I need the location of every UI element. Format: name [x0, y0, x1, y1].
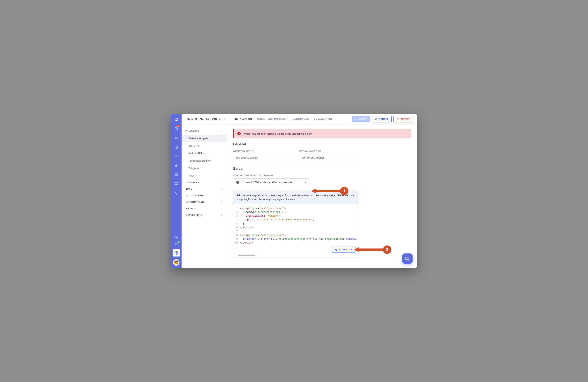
svg-point-9	[176, 238, 176, 239]
tabs: INSTALLATION WIDGET CUSTOMIZATION CUSTOM…	[234, 114, 332, 124]
svg-point-5	[176, 165, 176, 166]
chevron-down-icon	[221, 130, 223, 133]
svg-marker-16	[354, 247, 383, 252]
chat-fab[interactable]	[402, 253, 413, 264]
inbox-icon[interactable]: 23	[174, 127, 178, 131]
general-heading: General	[233, 142, 411, 146]
sidenav-label: AUTOMATIONS	[186, 194, 204, 197]
chevron-right-icon	[221, 214, 223, 216]
sidenav-label: CONTACTS	[186, 181, 199, 184]
avatar[interactable]: 🧑	[173, 259, 179, 266]
sidenav-label: BILLING	[186, 207, 195, 210]
svg-point-2	[177, 137, 177, 137]
sidenav-automations[interactable]: AUTOMATIONS	[182, 192, 227, 199]
sidenav-developers[interactable]: DEVELOPERS	[182, 212, 227, 218]
sidenav-label: CHANNELS	[186, 130, 199, 133]
display-name-label: DISPLAY NAME	[299, 150, 315, 152]
sidenav-integrations[interactable]: INTEGRATIONS	[182, 199, 227, 205]
annotation-2: 2	[354, 246, 391, 254]
copy-label: COPY CODE	[339, 248, 353, 251]
book-icon[interactable]	[174, 182, 178, 186]
widget-name-label: WIDGET NAME	[233, 150, 249, 152]
sidenav-contacts[interactable]: CONTACTS	[182, 179, 227, 186]
activity-icon[interactable]	[174, 191, 178, 195]
sidenav-item-viber[interactable]: Viber	[182, 172, 227, 179]
code-org: company	[268, 214, 278, 217]
apply-button[interactable]: APPLY	[352, 116, 370, 122]
svg-point-6	[177, 165, 177, 166]
required-mark: *	[250, 150, 251, 152]
widget-name-input[interactable]	[233, 154, 292, 161]
inbox-badge: 23	[176, 125, 180, 127]
chevron-right-icon	[221, 188, 223, 190]
contacts-icon[interactable]	[174, 136, 178, 140]
alert-text: Widget has not been installed. Check set…	[243, 132, 312, 135]
svg-point-11	[176, 252, 177, 253]
help-icon[interactable]	[174, 235, 178, 240]
globe-icon	[236, 181, 239, 184]
card-icon[interactable]	[174, 173, 178, 177]
add-user-badge: 2	[177, 241, 180, 243]
annotation-badge: 2	[383, 246, 391, 254]
tab-localization[interactable]: LOCALIZATION	[314, 114, 332, 124]
info-box: Add the code snippet below to every page…	[233, 191, 358, 204]
tab-installation[interactable]: INSTALLATION	[234, 114, 252, 124]
required-mark: *	[316, 150, 317, 152]
sidenav-label: INTEGRATIONS	[186, 201, 204, 203]
setup-heading: Setup	[233, 167, 411, 171]
chevron-right-icon	[221, 194, 223, 197]
delete-button[interactable]: DELETE	[394, 116, 413, 122]
install-guide-select[interactable]: I'll install HTML code myself on my webs…	[233, 179, 310, 186]
chevron-down-icon	[304, 181, 307, 184]
chevron-right-icon	[221, 207, 223, 210]
cancel-label: CANCEL	[379, 118, 389, 120]
settings-icon[interactable]	[173, 249, 180, 256]
select-value: I'll install HTML code myself on my webs…	[242, 181, 302, 184]
sidenav-team[interactable]: TEAM	[182, 186, 227, 192]
cancel-button[interactable]: CANCEL	[372, 116, 392, 122]
help-icon[interactable]: ?	[252, 150, 254, 152]
svg-rect-7	[175, 174, 178, 176]
copy-icon	[335, 248, 338, 251]
delete-label: DELETE	[400, 118, 410, 120]
add-user-icon[interactable]: 2	[174, 242, 178, 247]
header: WORDPRESS WIDGET INSTALLATION WIDGET CUS…	[182, 114, 417, 125]
bot-icon[interactable]	[174, 163, 178, 167]
nav-rail: 23 2	[171, 114, 182, 268]
clock-icon[interactable]	[174, 145, 178, 149]
error-icon: ✕	[237, 132, 241, 135]
help-icon[interactable]: ?	[318, 150, 321, 152]
scrollbar[interactable]	[238, 255, 255, 256]
sidenav-item-android[interactable]: Android APPs	[182, 150, 227, 157]
svg-rect-0	[175, 118, 178, 120]
sidenav-item-facebook[interactable]: Facebook/Instagram	[182, 157, 227, 164]
chevron-right-icon	[221, 201, 223, 203]
chat-icon[interactable]	[174, 117, 178, 122]
sidenav-item-telegram[interactable]: Telegram	[182, 164, 227, 172]
chevron-right-icon	[221, 181, 223, 184]
tab-custom-css[interactable]: CUSTOM CSS	[293, 114, 309, 124]
apply-label: APPLY	[359, 118, 367, 120]
code-appid: 9aef0f5f-9c1e-4a8a-b5c5-742d62196a9d	[258, 218, 312, 221]
settings-sidenav: CHANNELS Website Widgets iOS APPs Androi…	[182, 125, 227, 268]
tab-widget-customization[interactable]: WIDGET CUSTOMIZATION	[257, 114, 287, 124]
app-frame: 23 2	[171, 114, 417, 268]
sidenav-billing[interactable]: BILLING	[182, 205, 227, 212]
send-icon[interactable]	[174, 154, 178, 158]
svg-point-1	[175, 137, 176, 138]
code-block[interactable]: 1<script type="text/javascript"> 2 windo…	[233, 206, 358, 245]
display-name-input[interactable]	[299, 154, 358, 161]
page-title: WORDPRESS WIDGET	[187, 117, 226, 121]
sidenav-label: TEAM	[186, 188, 193, 190]
main-content: ✕ Widget has not been installed. Check s…	[227, 125, 417, 268]
install-alert: ✕ Widget has not been installed. Check s…	[233, 129, 411, 138]
code-snippet: 1<script type="text/javascript"> 2 windo…	[233, 206, 358, 257]
sidenav-label: DEVELOPERS	[186, 214, 202, 216]
copy-code-button[interactable]: COPY CODE	[332, 247, 356, 253]
svg-point-10	[175, 243, 176, 244]
sidenav-channels[interactable]: CHANNELS	[182, 128, 227, 135]
guide-label: CHOOSE YOUR INSTALLATION GUIDE	[233, 174, 411, 177]
sidenav-item-website-widgets[interactable]: Website Widgets	[182, 135, 227, 142]
presence-dot	[178, 259, 180, 261]
sidenav-item-ios[interactable]: iOS APPs	[182, 142, 227, 150]
